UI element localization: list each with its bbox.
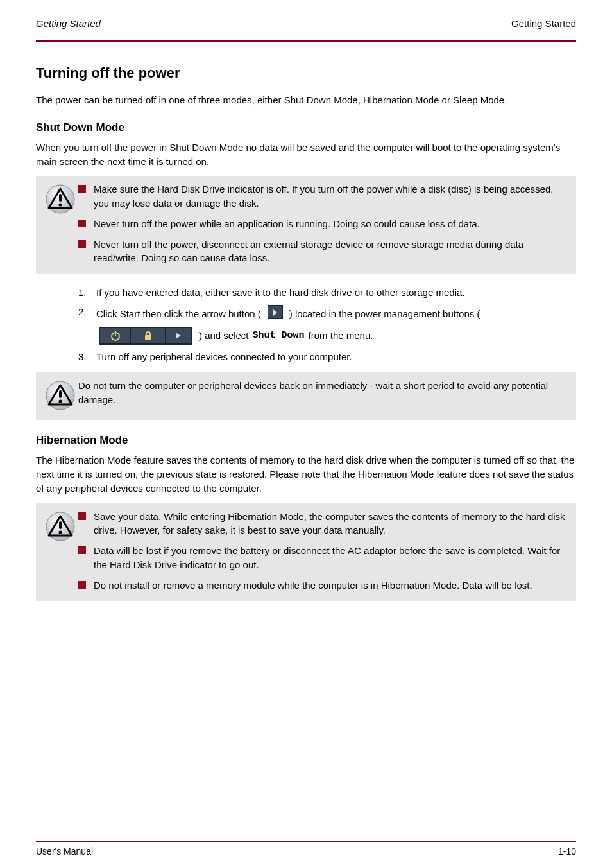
page-header: Getting Started Getting Started bbox=[36, 18, 576, 29]
shutdown-steps: 1. If you have entered data, either save… bbox=[78, 286, 576, 363]
callout-text: Data will be lost if you remove the batt… bbox=[94, 544, 567, 572]
page-footer: User's Manual 1-10 bbox=[36, 841, 576, 856]
hibernation-paragraph: The Hibernation Mode feature saves the c… bbox=[36, 453, 576, 495]
square-bullet-icon bbox=[78, 220, 86, 227]
step-number: 1. bbox=[78, 286, 96, 300]
callout-text: Make sure the Hard Disk Drive indicator … bbox=[94, 182, 567, 211]
hibernation-warning-callout: Save your data. While entering Hibernati… bbox=[36, 503, 576, 602]
svg-point-3 bbox=[58, 204, 62, 207]
shut-down-command: Shut Down bbox=[253, 329, 305, 343]
callout-item: Make sure the Hard Disk Drive indicator … bbox=[78, 182, 567, 211]
shutdown-title: Shut Down Mode bbox=[36, 121, 576, 134]
header-left: Getting Started bbox=[36, 18, 101, 29]
arrow-button-icon bbox=[268, 305, 283, 323]
square-bullet-icon bbox=[78, 546, 86, 554]
shutdown-paragraph: When you turn off the power in Shut Down… bbox=[36, 141, 576, 169]
footer-divider bbox=[36, 841, 576, 842]
hibernation-title: Hibernation Mode bbox=[36, 434, 576, 447]
warning-icon bbox=[42, 182, 78, 265]
header-divider bbox=[36, 40, 576, 42]
callout-item: Never turn off the power while an applic… bbox=[78, 217, 567, 231]
callout-text: Do not install or remove a memory module… bbox=[94, 578, 567, 593]
square-bullet-icon bbox=[78, 185, 86, 193]
power-icon bbox=[100, 328, 131, 343]
square-bullet-icon bbox=[78, 512, 86, 520]
step-text: Click Start then click the arrow button … bbox=[96, 305, 576, 345]
page: Getting Started Getting Started Turning … bbox=[0, 0, 612, 868]
step-1: 1. If you have entered data, either save… bbox=[78, 286, 576, 300]
step-text: If you have entered data, either save it… bbox=[96, 286, 576, 300]
step-number: 2. bbox=[78, 305, 96, 345]
square-bullet-icon bbox=[78, 581, 86, 589]
svg-rect-14 bbox=[59, 521, 62, 529]
power-management-buttons-icon bbox=[99, 327, 192, 345]
svg-point-11 bbox=[58, 400, 62, 403]
step-3: 3. Turn off any peripheral devices conne… bbox=[78, 350, 576, 364]
footer-right: 1-10 bbox=[558, 846, 576, 856]
do-not-restart-callout: Do not turn the computer or peripheral d… bbox=[36, 372, 576, 420]
arrow-icon bbox=[166, 328, 191, 343]
intro-paragraph: The power can be turned off in one of th… bbox=[36, 93, 576, 107]
step-text: Turn off any peripheral devices connecte… bbox=[96, 350, 576, 364]
callout-text: Never turn off the power, disconnect an … bbox=[94, 238, 567, 266]
callout-text: Do not turn the computer or peripheral d… bbox=[78, 379, 567, 411]
caution-triangle-icon bbox=[45, 380, 76, 411]
warning-icon bbox=[42, 510, 78, 593]
section-title: Turning off the power bbox=[36, 65, 576, 82]
shutdown-warning-callout: Make sure the Hard Disk Drive indicator … bbox=[36, 176, 576, 274]
lock-icon bbox=[131, 328, 166, 343]
callout-item: Data will be lost if you remove the batt… bbox=[78, 544, 567, 572]
caution-triangle-icon bbox=[45, 511, 76, 542]
svg-marker-7 bbox=[176, 333, 181, 338]
header-right: Getting Started bbox=[511, 18, 576, 29]
square-bullet-icon bbox=[78, 240, 86, 248]
callout-text: Save your data. While entering Hibernati… bbox=[94, 510, 567, 538]
callout-item: Do not install or remove a memory module… bbox=[78, 578, 567, 593]
svg-rect-2 bbox=[59, 194, 62, 202]
callout-item: Save your data. While entering Hibernati… bbox=[78, 510, 567, 538]
svg-rect-10 bbox=[59, 390, 62, 398]
svg-rect-5 bbox=[115, 331, 116, 336]
step-number: 3. bbox=[78, 350, 96, 364]
caution-triangle-icon bbox=[45, 184, 76, 214]
warning-icon bbox=[42, 379, 78, 411]
step-2: 2. Click Start then click the arrow butt… bbox=[78, 305, 576, 345]
footer-left: User's Manual bbox=[36, 846, 93, 856]
callout-item: Never turn off the power, disconnect an … bbox=[78, 238, 567, 266]
callout-text: Never turn off the power while an applic… bbox=[94, 217, 567, 231]
svg-point-15 bbox=[58, 530, 62, 534]
svg-rect-6 bbox=[145, 335, 151, 340]
